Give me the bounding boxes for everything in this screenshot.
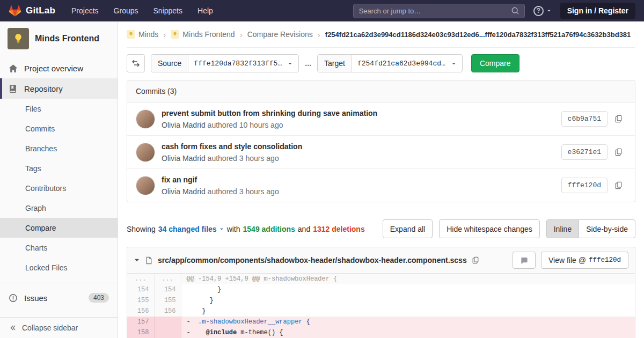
- hide-whitespace-button[interactable]: Hide whitespace changes: [439, 219, 540, 238]
- diff-code-line: }: [181, 295, 635, 306]
- view-file-button[interactable]: View file @ fffe120d: [541, 252, 628, 269]
- commit-title-link[interactable]: prevent submit button from shrinking dur…: [162, 108, 377, 119]
- breadcrumb-project-link[interactable]: Minds Frontend: [171, 30, 235, 39]
- sidebar-item-files[interactable]: Files: [0, 99, 118, 119]
- commit-author-avatar[interactable]: [136, 176, 155, 195]
- breadcrumb-separator: ›: [240, 30, 243, 39]
- commit-title-link[interactable]: cash form fixes and style consolidation: [162, 141, 302, 152]
- expand-all-button[interactable]: Expand all: [383, 219, 433, 238]
- commit-author-link[interactable]: Olivia Madrid: [162, 154, 206, 163]
- sidebar-item-repository[interactable]: Repository: [0, 78, 118, 99]
- issues-count-badge: 403: [89, 293, 109, 303]
- diff-code-line: }: [181, 306, 635, 317]
- old-line-number[interactable]: 157: [127, 317, 154, 327]
- project-avatar-small: [171, 30, 179, 39]
- commit-title-link[interactable]: fix an ngif: [162, 174, 279, 185]
- commit-author-avatar[interactable]: [136, 109, 155, 129]
- old-line-number[interactable]: 154: [127, 284, 154, 295]
- old-line-number[interactable]: 156: [127, 306, 154, 317]
- sidebar-item-commits[interactable]: Commits: [0, 119, 118, 138]
- sidebar-item-contributors[interactable]: Contributors: [0, 178, 118, 198]
- project-avatar: [8, 28, 29, 49]
- search-icon: [511, 7, 519, 14]
- source-ref-dropdown[interactable]: fffe120da7832f313ff5…: [188, 55, 298, 72]
- sidebar-item-locked-files[interactable]: Locked Files: [0, 258, 118, 277]
- compare-form: Source fffe120da7832f313ff5… ... Target …: [127, 54, 635, 72]
- commit-author-avatar[interactable]: [136, 143, 155, 162]
- clipboard-icon: [614, 181, 623, 189]
- main-content: Minds › Minds Frontend › Compare Revisio…: [118, 21, 644, 338]
- target-label: Target: [318, 55, 352, 72]
- copy-sha-button[interactable]: [610, 178, 626, 194]
- side-by-side-view-button[interactable]: Side-by-side: [579, 219, 635, 238]
- diff-code-line: }: [181, 284, 635, 295]
- breadcrumb-separator: ›: [318, 30, 320, 39]
- new-line-number[interactable]: 156: [154, 306, 181, 317]
- new-line-number[interactable]: [154, 327, 181, 338]
- commit-meta-text: authored 10 hours ago: [208, 121, 283, 129]
- commit-author-link[interactable]: Olivia Madrid: [162, 187, 206, 196]
- sidebar-item-branches[interactable]: Branches: [0, 138, 118, 158]
- source-label: Source: [151, 55, 188, 72]
- compare-button[interactable]: Compare: [471, 54, 519, 72]
- brand-text: GitLab: [26, 5, 55, 16]
- sidebar-item-charts[interactable]: Charts: [0, 238, 118, 258]
- diff-context-row: 154 154 }: [127, 284, 635, 295]
- sidebar-item-issues[interactable]: Issues 403: [0, 288, 118, 308]
- target-ref-group: Target f254fd21ca62d3e994cd…: [317, 54, 463, 72]
- breadcrumb-group-link[interactable]: Minds: [127, 30, 158, 39]
- old-line-number[interactable]: 155: [127, 295, 154, 306]
- collapse-diff-caret[interactable]: [134, 257, 140, 263]
- new-line-number[interactable]: 154: [154, 284, 181, 295]
- inline-view-button[interactable]: Inline: [546, 219, 579, 238]
- collapse-sidebar-button[interactable]: Collapse sidebar: [0, 317, 118, 338]
- copy-sha-button[interactable]: [610, 144, 626, 160]
- new-line-number[interactable]: [154, 317, 181, 327]
- target-ref-dropdown[interactable]: f254fd21ca62d3e994cd…: [352, 55, 462, 72]
- changed-files-dropdown[interactable]: 34 changed files: [158, 225, 224, 233]
- search-input[interactable]: [359, 7, 511, 15]
- commit-sha-link[interactable]: fffe120d: [561, 178, 608, 193]
- swap-icon: [131, 59, 140, 68]
- and-label: and: [298, 225, 310, 233]
- gitlab-home-link[interactable]: GitLab: [9, 4, 55, 17]
- sign-in-button[interactable]: Sign in / Register: [560, 3, 635, 19]
- commit-sha-link[interactable]: e36271e1: [561, 144, 608, 160]
- project-context-header[interactable]: Minds Frontend: [0, 21, 118, 55]
- diff-context-row: 156 156 }: [127, 306, 635, 317]
- swap-revisions-button[interactable]: [127, 54, 145, 72]
- with-label: with: [227, 225, 240, 233]
- sidebar-item-project-overview[interactable]: Project overview: [0, 58, 118, 78]
- sidebar-item-graph[interactable]: Graph: [0, 198, 118, 218]
- breadcrumb-page-link[interactable]: Compare Revisions: [247, 30, 313, 39]
- old-line-number[interactable]: 158: [127, 327, 154, 338]
- commit-row: prevent submit button from shrinking dur…: [127, 102, 635, 136]
- new-line-number: ...: [154, 274, 181, 284]
- commit-sha-link[interactable]: c6b9a751: [561, 111, 608, 127]
- copy-sha-button[interactable]: [610, 111, 626, 127]
- commit-row: fix an ngif Olivia Madrid authored 3 hou…: [127, 169, 635, 202]
- gitlab-tanuki-icon: [9, 4, 21, 17]
- sidebar-item-tags[interactable]: Tags: [0, 158, 118, 178]
- nav-item-projects[interactable]: Projects: [71, 6, 99, 15]
- new-line-number[interactable]: 155: [154, 295, 181, 306]
- old-line-number: ...: [127, 274, 154, 284]
- comment-bubble-icon: [520, 256, 528, 264]
- diff-hunk-row: ... ... @@ -154,9 +154,9 @@ m-shadowboxH…: [127, 274, 635, 284]
- top-navbar: GitLab Projects Groups Snippets Help ? S…: [0, 0, 644, 21]
- copy-file-path-button[interactable]: [472, 256, 479, 264]
- sidebar-item-label: Repository: [24, 84, 63, 93]
- nav-item-groups[interactable]: Groups: [114, 6, 138, 15]
- toggle-comments-button[interactable]: [513, 252, 536, 269]
- nav-item-snippets[interactable]: Snippets: [153, 6, 182, 15]
- caret-down-icon: [219, 226, 224, 232]
- source-ref-value: fffe120da7832f313ff5…: [194, 60, 282, 68]
- diff-summary-bar: Showing 34 changed files with 1549 addit…: [127, 219, 635, 238]
- help-dropdown[interactable]: ?: [533, 6, 552, 16]
- sidebar-item-label: Issues: [24, 293, 47, 303]
- diff-file-path: src/app/common/components/shadowbox-head…: [158, 256, 467, 264]
- target-ref-value: f254fd21ca62d3e994cd…: [357, 60, 445, 68]
- nav-item-help[interactable]: Help: [197, 6, 213, 15]
- commit-author-link[interactable]: Olivia Madrid: [162, 121, 206, 129]
- sidebar-item-compare[interactable]: Compare: [0, 218, 118, 238]
